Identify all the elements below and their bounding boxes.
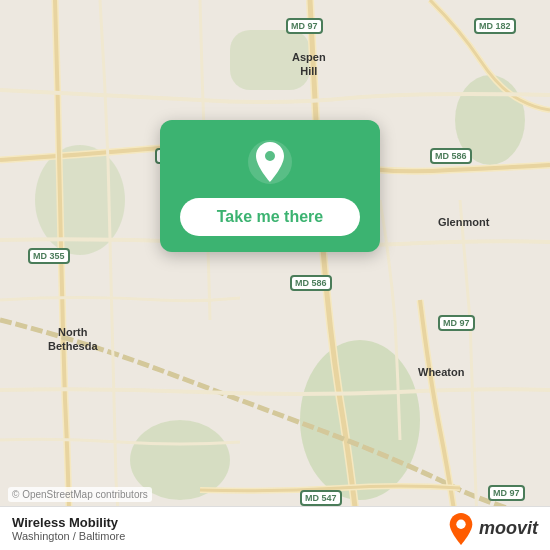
svg-point-7 [456,519,465,528]
map-container: MD 97 MD 182 MD 586 MD 586 MD 355 MD 586… [0,0,550,550]
take-me-there-button[interactable]: Take me there [180,198,360,236]
road-badge-md97-bot: MD 97 [488,485,525,501]
moovit-pin-icon [447,513,475,545]
location-pin-icon [246,138,294,186]
road-badge-md97-mid: MD 97 [438,315,475,331]
place-label-aspen-hill: AspenHill [292,50,326,79]
road-badge-md182: MD 182 [474,18,516,34]
place-label-wheaton: Wheaton [418,365,464,379]
moovit-label: moovit [479,518,538,539]
moovit-logo: moovit [447,513,538,545]
road-badge-md586-mid: MD 586 [290,275,332,291]
app-title: Wireless Mobility [12,515,125,530]
osm-credit: © OpenStreetMap contributors [8,487,152,502]
road-badge-md97-top: MD 97 [286,18,323,34]
svg-point-1 [300,340,420,500]
bottom-bar: Wireless Mobility Washington / Baltimore… [0,506,550,550]
road-badge-md586-right: MD 586 [430,148,472,164]
app-info: Wireless Mobility Washington / Baltimore [12,515,125,542]
app-subtitle: Washington / Baltimore [12,530,125,542]
location-card: Take me there [160,120,380,252]
road-badge-md355: MD 355 [28,248,70,264]
place-label-glenmont: Glenmont [438,215,489,229]
place-label-north-bethesda: NorthBethesda [48,325,98,354]
road-badge-md547: MD 547 [300,490,342,506]
